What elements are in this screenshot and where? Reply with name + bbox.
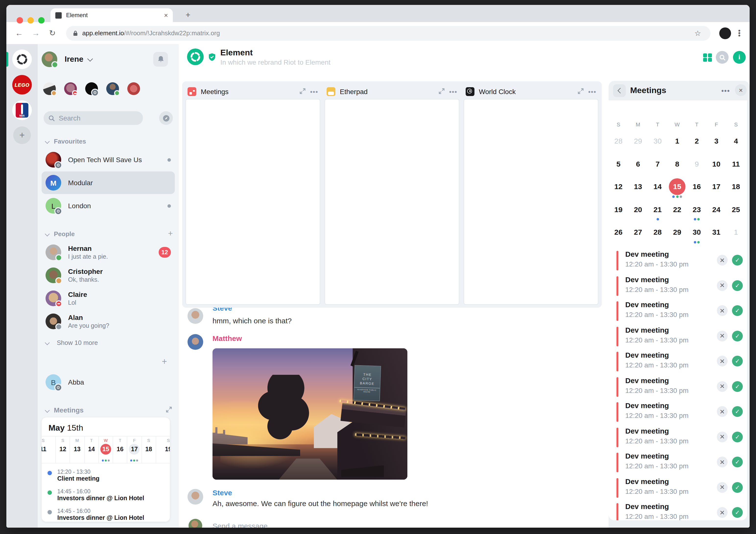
browser-profile-avatar[interactable] [719,27,731,39]
meeting-item[interactable]: Dev meeting 12:20 am - 13:30 pm ✕ ✓ [608,426,747,451]
reload-icon[interactable]: ↻ [45,26,59,40]
chat-timeline[interactable]: Steve hmm, which one is that? Matthew [179,81,608,528]
expand-icon[interactable] [578,87,584,96]
sender-name[interactable]: Matthew [212,335,242,343]
recent-room-avatar[interactable] [85,82,98,95]
dismiss-meeting-button[interactable]: ✕ [717,406,728,417]
meeting-item[interactable]: Dev meeting 12:20 am - 13:30 pm ✕ ✓ [608,376,747,401]
sender-name[interactable]: Steve [212,489,232,497]
bookmark-star-icon[interactable]: ☆ [692,29,704,38]
accept-meeting-button[interactable]: ✓ [732,457,743,467]
mini-calendar-day[interactable]: S 12 [56,436,70,463]
calendar-day-cell[interactable]: 7 [648,153,667,175]
window-minimize-button[interactable] [27,17,34,23]
back-button[interactable] [613,84,626,97]
calendar-day-cell[interactable]: 31 [707,221,726,244]
direct-room-row[interactable]: B Abba [41,371,175,393]
calendar-day-cell[interactable]: 1 [726,221,746,244]
recent-room-avatar[interactable] [127,82,140,95]
calendar-day-cell[interactable]: 24 [707,198,726,221]
people-section-header[interactable]: People + [45,229,173,238]
meeting-item[interactable]: Dev meeting 12:20 am - 13:30 pm ✕ ✓ [608,502,747,520]
dismiss-meeting-button[interactable]: ✕ [717,330,728,341]
community-item[interactable]: NBA [12,100,32,120]
accept-meeting-button[interactable]: ✓ [732,482,743,492]
calendar-day-cell[interactable]: 28 [608,130,628,153]
widgets-grid-icon[interactable] [703,53,712,62]
person-row[interactable]: Hernan I just ate a pie. 12 [41,241,175,264]
dismiss-meeting-button[interactable]: ✕ [717,305,728,316]
browser-tab[interactable]: Element × [50,8,173,22]
calendar-day-cell[interactable]: 22 [667,198,687,221]
calendar-day-cell[interactable]: 26 [608,221,628,244]
forward-icon[interactable]: → [29,26,42,40]
dismiss-meeting-button[interactable]: ✕ [717,482,728,492]
dismiss-meeting-button[interactable]: ✕ [717,457,728,467]
photo-city-barge[interactable]: THE CITY BARGE RIVERSIDE PUBLIC HOUSE [212,348,407,480]
mini-calendar-day[interactable]: W 15 [99,436,113,463]
browser-menu-icon[interactable]: ••• [735,29,744,37]
mini-event[interactable]: 14:45 - 16:00 Investors dinner @ Lion Ho… [41,507,170,522]
calendar-day-cell[interactable]: 27 [628,221,648,244]
widget-header[interactable]: Meetings ••• [186,84,320,99]
calendar-day-cell[interactable]: 10 [707,153,726,175]
calendar-day-cell[interactable]: 11 [726,153,746,175]
widget-header[interactable]: Etherpad ••• [325,84,459,99]
add-community-button[interactable]: + [13,126,31,144]
message-composer[interactable]: Send a message... [212,522,274,528]
person-row[interactable]: Cristopher Ok, thanks. [41,264,175,287]
favourites-section-header[interactable]: Favourites [45,137,173,146]
calendar-day-cell[interactable]: 2 [687,130,707,153]
accept-meeting-button[interactable]: ✓ [732,406,743,417]
meeting-item[interactable]: Dev meeting 12:20 am - 13:30 pm ✕ ✓ [608,275,747,300]
add-room-button[interactable]: + [162,357,167,367]
mini-calendar-day[interactable]: S 11 [41,436,56,463]
room-row[interactable]: Open Tech Will Save Us [41,149,175,171]
room-row[interactable]: M Modular [41,172,175,194]
calendar-day-cell[interactable]: 13 [628,175,648,198]
close-icon[interactable]: × [735,84,747,96]
panel-menu-icon[interactable]: ••• [721,87,730,95]
calendar-day-cell[interactable]: 29 [667,221,687,244]
calendar-day-cell[interactable]: 18 [726,175,746,198]
url-bar[interactable]: app.element.io/#/room/!Jcrahskdw22p:matr… [66,26,711,41]
sender-avatar[interactable] [188,308,203,324]
calendar-day-cell[interactable]: 12 [608,175,628,198]
widget-header[interactable]: World Clock ••• [464,84,598,99]
calendar-day-cell[interactable]: 25 [726,198,746,221]
calendar-day-cell[interactable]: 17 [707,175,726,198]
meeting-item[interactable]: Dev meeting 12:20 am - 13:30 pm ✕ ✓ [608,401,747,426]
room-title[interactable]: Element [220,48,253,58]
widget-menu-icon[interactable]: ••• [310,88,318,95]
calendar-day-cell[interactable]: 30 [687,221,707,244]
calendar-day-cell[interactable]: 9 [687,153,707,175]
room-search-icon[interactable] [716,51,729,64]
calendar-day-cell[interactable]: 6 [628,153,648,175]
accept-meeting-button[interactable]: ✓ [732,356,743,366]
recent-room-avatar[interactable] [43,82,56,95]
community-item[interactable]: LEGO [12,75,32,95]
meeting-item[interactable]: Dev meeting 12:20 am - 13:30 pm ✕ ✓ [608,249,747,275]
expand-icon[interactable] [300,87,306,96]
meetings-section-header[interactable]: Meetings [45,405,172,415]
calendar-day-cell[interactable]: 28 [648,221,667,244]
accept-meeting-button[interactable]: ✓ [732,381,743,392]
calendar-day-cell[interactable]: 29 [628,130,648,153]
meeting-item[interactable]: Dev meeting 12:20 am - 13:30 pm ✕ ✓ [608,300,747,325]
mini-calendar-day[interactable]: M 13 [70,436,85,463]
search-input[interactable]: Search [43,111,143,125]
calendar-day-cell[interactable]: 19 [608,198,628,221]
mini-event[interactable]: 12:20 - 13:30 Client meeting [41,467,170,487]
expand-icon[interactable] [439,87,445,96]
calendar-day-cell[interactable]: 4 [726,130,746,153]
dismiss-meeting-button[interactable]: ✕ [717,381,728,392]
mini-calendar-day[interactable]: S 19 [156,436,170,463]
calendar-day-cell[interactable]: 14 [648,175,667,198]
recent-room-avatar[interactable] [64,82,77,95]
dismiss-meeting-button[interactable]: ✕ [717,255,728,266]
room-avatar[interactable] [187,48,204,65]
sender-avatar[interactable] [188,489,203,505]
mini-calendar-day[interactable]: F 17 [127,436,142,463]
accept-meeting-button[interactable]: ✓ [732,255,743,266]
notifications-button[interactable] [153,52,168,67]
